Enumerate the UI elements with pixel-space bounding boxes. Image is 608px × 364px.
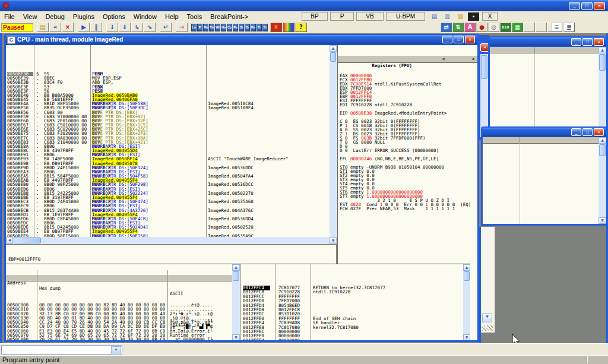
stack-row[interactable]: 0012FFF400000000: [240, 338, 470, 340]
address-column-header[interactable]: Address: [7, 280, 26, 286]
registers-pane[interactable]: Registers (FPU) < < EAX 00000000ECX 0012…: [337, 45, 477, 264]
register-line[interactable]: EDI 7C910228 ntdll.7C910228: [338, 103, 477, 107]
pane-button-wi[interactable]: Wi: [215, 24, 220, 31]
disasm-row[interactable]: 0050BE3E.53PUSH EBX: [6, 85, 330, 89]
side-window-top[interactable]: _ □ × ▲ ▼: [488, 36, 608, 141]
menu-tools[interactable]: Tools: [183, 12, 207, 21]
stack-row[interactable]: 0012FFE0FFFFFFFFEnd of SEH chain: [240, 316, 470, 321]
column-header-row[interactable]: [483, 137, 606, 144]
info-pane[interactable]: EBP=0012FFF0: [6, 244, 337, 264]
record-icon[interactable]: ●: [476, 23, 487, 32]
pane-button-th[interactable]: Th: [209, 24, 214, 31]
updown-arrows-icon[interactable]: ⇅: [452, 23, 464, 32]
disasm-row[interactable]: 0050BE3B.83C4 F0ADD ESP,-10: [6, 80, 330, 84]
blank-button[interactable]: [536, 23, 547, 32]
hexdump-column-header[interactable]: Hex dump: [39, 286, 61, 291]
options-gear-icon[interactable]: ☼: [270, 23, 282, 32]
book-icon[interactable]: ▥: [442, 12, 453, 21]
menu-window[interactable]: Window: [129, 12, 161, 21]
close-process-button[interactable]: ×: [62, 23, 74, 32]
disassembly-pane[interactable]: 0050BE38$55PUSH EBP0050BE39.8BECMOV EBP,…: [6, 45, 330, 237]
pane-button-sr[interactable]: Sr: [262, 24, 268, 31]
side-window-top-scrollbar[interactable]: ▲ ▼: [598, 47, 606, 139]
combo-dropdown-icon[interactable]: ▼: [111, 346, 121, 354]
stack-row[interactable]: 0012FFCCFFFFFFFF: [240, 295, 470, 299]
minimize-button[interactable]: _: [571, 38, 581, 46]
menu-help[interactable]: Help: [161, 12, 183, 21]
detail-list-icon[interactable]: ≣: [563, 23, 575, 32]
side-window-middle-scrollbar[interactable]: ▲ ▼: [598, 137, 606, 224]
menu-view[interactable]: View: [19, 12, 42, 21]
step-into-button[interactable]: ↓: [106, 23, 118, 32]
run-button[interactable]: ▶: [78, 23, 90, 32]
trace-into-button[interactable]: ↳: [131, 23, 143, 32]
pane-button-re[interactable]: Re: [251, 24, 256, 31]
stack-row[interactable]: 0012FFE87C817080kernel32.7C817080: [240, 325, 470, 330]
register-line[interactable]: T 0 GS 0000 NULL: [338, 140, 477, 144]
swap-arrows-icon[interactable]: ⇄: [441, 23, 452, 32]
close-button[interactable]: ×: [594, 2, 605, 10]
restore-button[interactable]: □: [454, 36, 464, 43]
scroll-down-icon[interactable]: ▼: [482, 314, 492, 322]
pane-button-ha[interactable]: Ha: [221, 24, 226, 31]
minimize-button[interactable]: _: [571, 128, 581, 136]
pane-button-cp[interactable]: Cp: [227, 24, 232, 31]
resize-grip[interactable]: [482, 325, 493, 331]
disassembly-hscrollbar[interactable]: ◀: [6, 237, 330, 244]
restore-button[interactable]: □: [582, 38, 593, 46]
ascii-column-header[interactable]: ASCII: [170, 291, 183, 296]
close-icon[interactable]: ×: [465, 36, 475, 43]
register-line[interactable]: O 0 LastErr ERROR_SUCCESS (00000000): [338, 148, 477, 153]
registers-header[interactable]: Registers (FPU) < <: [338, 56, 477, 63]
restore-button[interactable]: □: [581, 2, 593, 10]
dump-vscrollbar[interactable]: ▲ ▼: [232, 264, 240, 340]
dump-header-row[interactable]: Address Hex dump ASCII: [6, 275, 240, 281]
menu-debug[interactable]: Debug: [41, 12, 68, 21]
go-to-button[interactable]: →: [176, 23, 188, 32]
stack-row[interactable]: 0012FFC47C817077RETURN to kernel32.7C817…: [240, 286, 470, 290]
disassembly-vscrollbar[interactable]: ▲ ▼: [330, 45, 337, 244]
pane-button-br[interactable]: Br: [245, 24, 250, 31]
window-grid-icon[interactable]: ▦: [512, 23, 523, 32]
stack-row[interactable]: 0012FFD80012FFC8: [240, 308, 470, 312]
binary-icon[interactable]: 010: [500, 23, 511, 32]
step-over-button[interactable]: ⇓: [119, 23, 131, 32]
restore-button[interactable]: □: [582, 128, 593, 136]
hex-dump-pane[interactable]: Address Hex dump ASCII 0050C00000 00 00 …: [6, 264, 240, 340]
register-line[interactable]: FCW 027F Prec NEAR,53 Mask 1 1 1 1 1 1: [338, 207, 477, 211]
menu-button-ubpm[interactable]: U-BPM: [386, 12, 425, 21]
side-window-top-titlebar[interactable]: _ □ ×: [490, 37, 606, 46]
restart-button[interactable]: «: [49, 23, 61, 32]
register-line[interactable]: EIP 0050BE38 ImageRed.<ModuleEntryPoint>: [338, 111, 477, 115]
stack-pane[interactable]: 0012FFC47C817077RETURN to kernel32.7C817…: [240, 264, 470, 340]
notes-icon[interactable]: ▤: [429, 12, 440, 21]
pane-button-st[interactable]: St: [239, 24, 244, 31]
menu-button-bp[interactable]: BP: [302, 12, 328, 21]
pane-button-me[interactable]: Me: [203, 24, 208, 31]
menu-button-p[interactable]: P: [330, 12, 354, 21]
stack-row[interactable]: 0012FFF000000000: [240, 334, 470, 338]
open-file-button[interactable]: ▤: [37, 23, 49, 32]
menu-file[interactable]: File: [0, 12, 19, 21]
register-line[interactable]: EFL 00000246 (NO,NB,E,BE,NS,PE,GE,LE): [338, 157, 477, 161]
menu-button-vb[interactable]: VB: [356, 12, 384, 21]
trace-over-button[interactable]: ⇘: [144, 23, 156, 32]
execute-till-return-button[interactable]: ↵: [160, 23, 172, 32]
close-icon[interactable]: ×: [594, 38, 604, 46]
spiral-icon[interactable]: ◎: [488, 23, 499, 32]
cpu-window[interactable]: CCPU - main thread, module ImageRed _ □ …: [4, 34, 479, 342]
fragment-scrollbar[interactable]: [480, 54, 488, 137]
pane-button-e[interactable]: E: [197, 24, 202, 31]
menu-plugins[interactable]: Plugins: [69, 12, 99, 21]
stack-row[interactable]: 0012FFEC00000000: [240, 330, 470, 334]
folder-icon[interactable]: ▧: [455, 12, 466, 21]
minimize-button[interactable]: _: [442, 36, 452, 43]
log-list-icon[interactable]: ≡: [551, 23, 562, 32]
command-input[interactable]: ▼: [1, 345, 122, 354]
column-header-row[interactable]: [490, 47, 606, 53]
menu-breakpoint[interactable]: BreakPoint->: [206, 12, 252, 21]
stack-vscrollbar[interactable]: ▲ ▼: [463, 264, 470, 340]
stack-row[interactable]: 0012FFD48054B6ED: [240, 303, 470, 308]
stack-row[interactable]: 0012FFC87C910228ntdll.7C910228: [240, 290, 470, 294]
stack-row[interactable]: 0012FFD07FFD7000: [240, 299, 470, 303]
